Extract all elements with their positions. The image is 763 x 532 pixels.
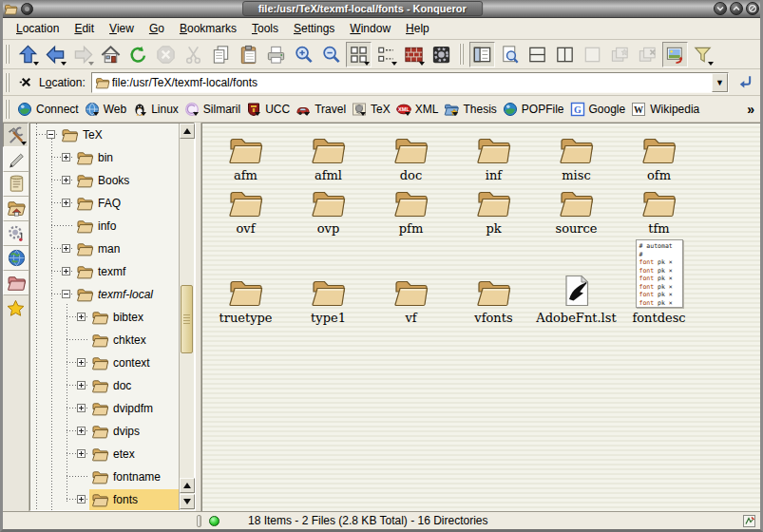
bookmark-google[interactable]: GGoogle <box>567 100 629 119</box>
bookmark-linux[interactable]: Linux <box>129 100 181 119</box>
list-view-button[interactable] <box>373 42 399 67</box>
tree-item-context[interactable]: context <box>30 352 179 374</box>
home-button[interactable] <box>98 42 124 67</box>
bookmark-tex[interactable]: TeX <box>349 100 393 119</box>
menu-bookmarks[interactable]: Bookmarks <box>173 20 243 37</box>
find-file-button[interactable] <box>497 42 523 67</box>
scroll-up-button[interactable] <box>180 124 195 139</box>
menu-view[interactable]: View <box>103 20 141 37</box>
scroll-down-button[interactable] <box>180 494 195 509</box>
up-button[interactable] <box>15 42 41 67</box>
tree-expander-minus[interactable] <box>47 130 55 139</box>
scrollbar-thumb[interactable] <box>181 285 193 353</box>
tree-item-man[interactable]: man <box>30 238 179 260</box>
tree-item-body[interactable]: bibtex <box>89 307 147 328</box>
tree-item-FAQ[interactable]: FAQ <box>30 192 179 215</box>
tree-item-Books[interactable]: Books <box>30 169 179 192</box>
file-fontdesc[interactable]: # automat#font pk ×font pk ×font pk ×fon… <box>618 239 700 325</box>
location-input[interactable] <box>110 76 712 89</box>
titlebar[interactable]: file:/usr/TeX/texmf-local/fonts - Konque… <box>0 0 763 18</box>
split-horizontal-button[interactable] <box>525 42 550 67</box>
folder-type1[interactable]: type1 <box>287 239 370 325</box>
reload-button[interactable] <box>125 42 151 67</box>
tree-item-chktex[interactable]: chktex <box>30 329 179 352</box>
remove-view-button[interactable] <box>580 42 605 67</box>
tree-item-body[interactable]: dvips <box>89 421 143 442</box>
preview-button[interactable] <box>662 42 688 67</box>
tree-expander-plus[interactable] <box>77 381 86 390</box>
folder-source[interactable]: source <box>535 182 618 236</box>
menu-go[interactable]: Go <box>143 20 171 37</box>
file-AdobeFnt.lst[interactable]: AdobeFnt.lst <box>535 239 618 325</box>
paste-button[interactable] <box>236 42 261 67</box>
folder-afm[interactable]: afm <box>204 129 287 182</box>
menu-location[interactable]: Location <box>10 20 66 37</box>
tree-item-body[interactable]: TeX <box>59 124 106 145</box>
go-button[interactable] <box>734 71 757 94</box>
tree-item-fontname[interactable]: fontname <box>30 466 179 488</box>
folder-truetype[interactable]: truetype <box>204 239 287 325</box>
sidebar-tab-network-globe[interactable] <box>3 246 29 271</box>
sidebar-tab-pen[interactable] <box>3 147 29 172</box>
tree-expander-plus[interactable] <box>62 199 70 207</box>
toolbar-grip[interactable] <box>5 45 10 64</box>
tree-item-texmf[interactable]: texmf <box>30 260 179 283</box>
tree-scrollbar[interactable] <box>179 124 194 510</box>
tree-item-body[interactable]: doc <box>89 375 135 396</box>
folder-vf[interactable]: vf <box>370 239 452 325</box>
bricks-view-button[interactable] <box>401 42 427 67</box>
toolbar-grip[interactable] <box>5 100 10 119</box>
toolbar-grip[interactable] <box>5 73 10 92</box>
folder-inf[interactable]: inf <box>452 129 535 182</box>
folder-icon-view[interactable]: afm afml doc inf misc ofm ovf ovp pfm pk… <box>201 123 760 511</box>
print-button[interactable] <box>263 42 289 67</box>
sidebar-tab-root-folder[interactable] <box>3 271 29 295</box>
scroll-up-button-2[interactable] <box>180 478 195 493</box>
tree-item-body[interactable]: texmf-local <box>74 284 157 305</box>
tree-item-dvipdfm[interactable]: dvipdfm <box>30 397 179 420</box>
bookmark-web[interactable]: Web <box>82 100 129 119</box>
folder-vfonts[interactable]: vfonts <box>452 239 535 325</box>
tree-item-body[interactable]: info <box>74 216 120 237</box>
sidebar-tab-system-tools[interactable] <box>3 123 29 147</box>
menu-settings[interactable]: Settings <box>287 20 341 37</box>
bookmarks-overflow-chevron[interactable]: » <box>747 102 760 117</box>
minimize-button[interactable] <box>714 2 727 15</box>
statusbar-corner-icon[interactable] <box>742 514 756 528</box>
tree-item-body[interactable]: dvipdfm <box>89 398 157 419</box>
back-button[interactable] <box>43 42 68 67</box>
tree-expander-plus[interactable] <box>62 176 70 184</box>
tree-item-body[interactable]: context <box>89 352 154 373</box>
show-sidebar-button[interactable] <box>469 42 495 67</box>
tree-expander-plus[interactable] <box>62 244 70 253</box>
gear-view-button[interactable] <box>429 42 454 67</box>
tree-expander-plus[interactable] <box>77 404 86 412</box>
sidebar-tab-services[interactable] <box>3 221 29 246</box>
zoom-out-button[interactable] <box>318 42 344 67</box>
folder-afml[interactable]: afml <box>287 129 370 182</box>
folder-tfm[interactable]: tfm <box>618 182 700 236</box>
zoom-in-button[interactable] <box>291 42 316 67</box>
tree-expander-minus[interactable] <box>62 290 70 298</box>
cut-button[interactable] <box>181 42 206 67</box>
tree-item-body[interactable]: bin <box>74 147 117 168</box>
tree-item-texmf-local[interactable]: texmf-local <box>30 283 179 306</box>
forward-button[interactable] <box>70 42 96 67</box>
window-menu-button[interactable] <box>21 3 33 15</box>
folder-pfm[interactable]: pfm <box>370 182 452 236</box>
bookmark-popfile[interactable]: POPFile <box>500 100 567 119</box>
bookmark-silmaril[interactable]: Silmaril <box>181 100 243 119</box>
tree-item-etex[interactable]: etex <box>30 443 179 466</box>
tree-item-doc[interactable]: doc <box>30 374 179 397</box>
bookmark-travel[interactable]: Travel <box>293 100 349 119</box>
statusbar-grip[interactable] <box>197 515 201 527</box>
menu-tools[interactable]: Tools <box>245 20 285 37</box>
tree-item-body[interactable]: FAQ <box>74 193 124 214</box>
tree-item-body[interactable]: texmf <box>74 261 129 282</box>
tree-item-body[interactable]: fontname <box>89 466 164 487</box>
icon-view-button[interactable] <box>346 42 372 67</box>
location-combobox[interactable]: ▼ <box>91 72 729 93</box>
sidebar-tab-history-scroll[interactable] <box>3 172 29 197</box>
folder-ovf[interactable]: ovf <box>204 182 287 236</box>
tree-expander-plus[interactable] <box>62 153 70 162</box>
